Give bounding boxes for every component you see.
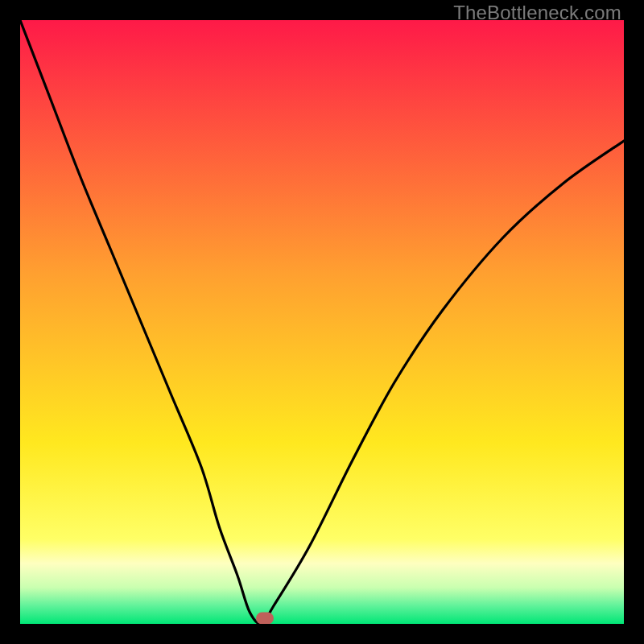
watermark-text: TheBottleneck.com [453, 2, 621, 24]
bottleneck-curve [20, 20, 624, 624]
chart-frame: TheBottleneck.com [0, 0, 644, 644]
optimum-marker-icon [256, 612, 274, 624]
plot-area [20, 20, 624, 624]
